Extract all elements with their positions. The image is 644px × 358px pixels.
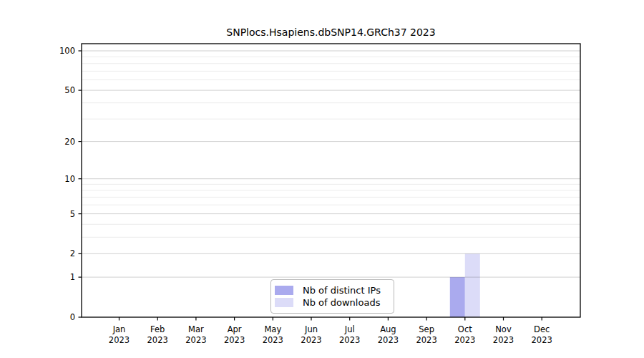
- x-tick-label-year: 2023: [147, 335, 168, 345]
- legend-item-downloads: Nb of downloads: [275, 298, 389, 307]
- x-tick-label-month: Mar: [188, 324, 204, 334]
- x-tick-label-year: 2023: [185, 335, 206, 345]
- legend-label-distinct-ips: Nb of distinct IPs: [303, 286, 381, 295]
- bar-nb-of-distinct-ips-oct-2023: [450, 277, 465, 317]
- x-tick-label-month: Oct: [458, 324, 472, 334]
- y-tick-label: 2: [70, 248, 75, 258]
- x-tick-label-month: Sep: [419, 324, 434, 334]
- y-tick-label: 100: [59, 46, 75, 56]
- x-tick-label-month: May: [264, 324, 281, 334]
- bar-nb-of-downloads-oct-2023: [465, 253, 480, 317]
- x-tick-label-year: 2023: [109, 335, 130, 345]
- y-tick-label: 0: [70, 312, 75, 322]
- x-tick-label-year: 2023: [493, 335, 514, 345]
- x-tick-label-year: 2023: [224, 335, 245, 345]
- x-tick-label-year: 2023: [532, 335, 552, 345]
- x-tick-label-month: Jul: [344, 324, 355, 334]
- y-tick-label: 10: [64, 174, 75, 184]
- x-tick-label-year: 2023: [263, 335, 283, 345]
- x-tick-label-month: Apr: [228, 324, 242, 334]
- x-tick-label-year: 2023: [378, 335, 399, 345]
- legend-swatch-distinct-ips: [275, 286, 293, 295]
- x-tick-label-month: Jun: [304, 324, 318, 334]
- x-tick-label-month: Jan: [112, 324, 126, 334]
- legend-swatch-downloads: [275, 298, 293, 307]
- axes-box: [82, 44, 580, 317]
- legend-label-downloads: Nb of downloads: [303, 298, 380, 307]
- x-tick-label-year: 2023: [339, 335, 360, 345]
- y-tick-label: 1: [70, 272, 75, 282]
- legend: Nb of distinct IPs Nb of downloads: [270, 279, 394, 314]
- x-tick-label-month: Feb: [150, 324, 165, 334]
- y-tick-label: 50: [64, 85, 75, 95]
- y-tick-label: 5: [70, 209, 75, 219]
- x-tick-label-year: 2023: [301, 335, 321, 345]
- legend-item-distinct-ips: Nb of distinct IPs: [275, 286, 389, 295]
- x-tick-label-month: Nov: [495, 324, 512, 334]
- x-tick-label-year: 2023: [416, 335, 436, 345]
- x-tick-label-month: Dec: [534, 324, 550, 334]
- figure: SNPlocs.Hsapiens.dbSNP14.GRCh37 2023 012…: [0, 0, 644, 358]
- y-tick-label: 20: [64, 137, 75, 147]
- x-tick-label-year: 2023: [454, 335, 475, 345]
- x-tick-label-month: Aug: [380, 324, 396, 334]
